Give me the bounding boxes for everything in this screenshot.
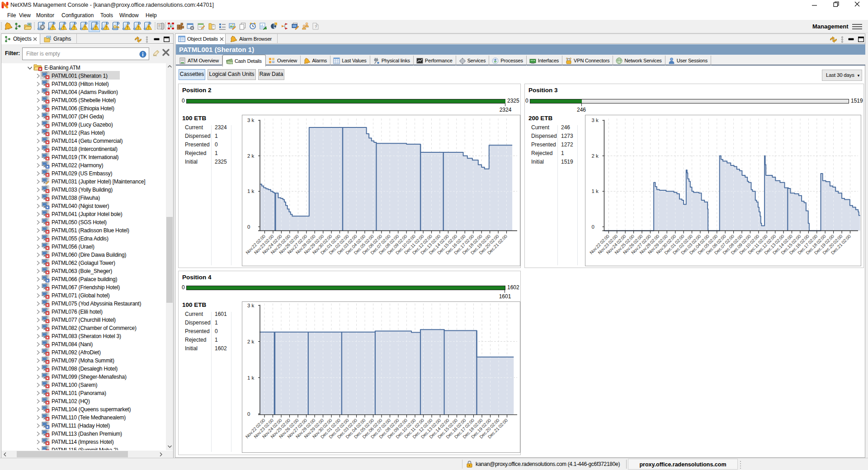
svg-text:3 k: 3 k bbox=[247, 118, 255, 123]
svg-text:0: 0 bbox=[591, 224, 594, 230]
svg-text:2 k: 2 k bbox=[247, 153, 255, 159]
svg-text:3 k: 3 k bbox=[247, 303, 255, 308]
svg-text:0: 0 bbox=[247, 224, 250, 230]
svg-text:2 k: 2 k bbox=[591, 153, 599, 159]
svg-text:2 k: 2 k bbox=[247, 339, 255, 344]
svg-text:0: 0 bbox=[247, 411, 250, 417]
svg-text:1 k: 1 k bbox=[247, 188, 255, 194]
svg-text:3 k: 3 k bbox=[591, 118, 599, 123]
svg-text:1 k: 1 k bbox=[591, 188, 599, 194]
svg-text:?: ? bbox=[315, 24, 317, 29]
svg-text:1 k: 1 k bbox=[247, 375, 255, 381]
